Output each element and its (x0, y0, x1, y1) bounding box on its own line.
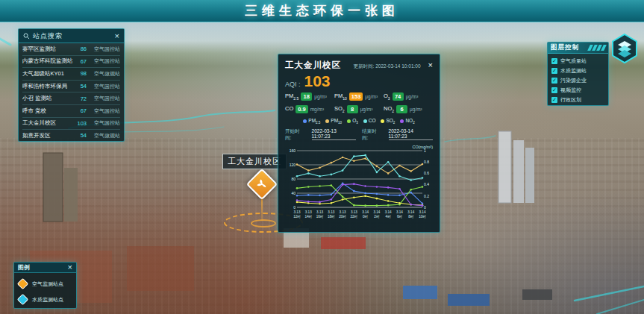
svg-text:3.144时: 3.144时 (385, 210, 392, 219)
svg-text:3.1314时: 3.1314时 (304, 210, 312, 219)
station-name: 工大金川校区 (22, 119, 74, 127)
station-type: 空气微观站 (89, 132, 120, 139)
pollutant-item: SO28μg/m³ (334, 105, 384, 113)
pollutant-unit: μg/m³ (410, 107, 422, 112)
aqi-value: 103 (304, 73, 331, 89)
legend-dot-icon (363, 119, 367, 123)
chart-legend-label: O3 (352, 118, 358, 125)
page-title: 三维生态环保一张图 (245, 2, 399, 19)
station-list-item[interactable]: 赛罕区监测站86空气国控站 (22, 43, 120, 56)
station-list: 赛罕区监测站86空气国控站内蒙古环科院监测站67空气国控站大气超级站KY0198… (19, 43, 124, 142)
legend-dot-icon (400, 119, 404, 123)
popup-update-time: 更新时间: 2022-03-14 10:01:00 (346, 63, 421, 70)
station-aqi-value: 86 (76, 45, 87, 52)
layer-checkbox[interactable]: ✓ (551, 97, 557, 103)
station-panel-title: 站点搜索 (33, 31, 112, 41)
pollutant-unit: mg/m³ (310, 107, 324, 112)
layer-checkbox[interactable]: ✓ (551, 68, 557, 74)
legend-dot-icon (325, 119, 329, 123)
layer-checkbox[interactable]: ✓ (551, 87, 557, 93)
station-aqi-value: 72 (76, 95, 87, 102)
search-icon (23, 33, 30, 40)
layer-item[interactable]: ✓行政区划 (551, 95, 604, 105)
station-name: 大气超级站KY01 (22, 70, 74, 78)
layer-label: 视频监控 (560, 87, 581, 94)
station-list-item[interactable]: 如意开发区54空气微观站 (22, 130, 120, 142)
station-name: 内蒙古环科院监测站 (22, 57, 74, 65)
layer-checkbox[interactable]: ✓ (551, 78, 557, 84)
station-list-item[interactable]: 小召 监测站72空气国控站 (22, 92, 120, 105)
station-type: 空气国控站 (89, 83, 120, 90)
svg-text:40: 40 (291, 191, 296, 195)
chart-legend-item[interactable]: SO2 (381, 118, 395, 125)
svg-text:3.1318时: 3.1318时 (328, 210, 335, 219)
chart-legend-item[interactable]: NO2 (400, 118, 414, 125)
pollutant-item: PM2.518μg/m³ (285, 92, 334, 101)
map-legend-panel: 图例 × 空气监测站点水质监测站点 (13, 262, 77, 309)
pollutant-unit: μg/m³ (314, 94, 327, 99)
svg-text:CO(mg/m³): CO(mg/m³) (413, 145, 434, 149)
popup-close-icon[interactable]: × (428, 60, 433, 69)
svg-text:0.6: 0.6 (424, 171, 429, 175)
legend-item[interactable]: 空气监测站点 (19, 276, 72, 292)
chart-legend-item[interactable]: O3 (347, 118, 358, 125)
pollutant-name: NO2 (384, 105, 394, 113)
popup-title: 工大金川校区 (285, 60, 341, 71)
layer-list: ✓空气质量站✓水质监测站✓污染源企业✓视频监控✓行政区划 (548, 54, 608, 107)
pollutant-value-chip: 0.9 (296, 105, 307, 113)
start-time-label: 开始时间: (285, 128, 306, 142)
station-list-item[interactable]: 呼市 党校67空气国控站 (22, 105, 120, 118)
pollutant-name: SO2 (334, 105, 345, 113)
layer-label: 水质监测站 (560, 67, 587, 75)
chart-legend-label: SO2 (386, 118, 395, 125)
layer-panel-header: 图层控制 (548, 43, 608, 54)
station-aqi-value: 54 (76, 132, 87, 139)
svg-text:0.8: 0.8 (424, 160, 429, 164)
station-list-item[interactable]: 大气超级站KY0198空气微观站 (22, 68, 120, 81)
station-panel-close-icon[interactable]: × (115, 32, 119, 40)
station-name: 呼市 党校 (22, 107, 74, 115)
end-time-field[interactable]: 2022-03-14 11:07:23 (389, 128, 433, 140)
station-aqi-value: 54 (76, 83, 87, 90)
svg-text:3.146时: 3.146时 (396, 210, 403, 219)
station-list-item[interactable]: 工大金川校区103空气国控站 (22, 118, 120, 131)
station-panel-header: 站点搜索 × (19, 29, 124, 43)
end-time-label: 结束时间: (362, 128, 383, 142)
pollutant-unit: μg/m³ (406, 94, 419, 99)
layer-item[interactable]: ✓空气质量站 (551, 56, 604, 66)
layer-checkbox[interactable]: ✓ (551, 58, 557, 64)
station-type: 空气国控站 (89, 107, 120, 115)
station-list-item[interactable]: 呼和浩特市环保局54空气国控站 (22, 81, 120, 93)
legend-panel-close-icon[interactable]: × (68, 263, 72, 271)
legend-item[interactable]: 水质监测站点 (19, 292, 72, 307)
layer-label: 污染源企业 (560, 77, 587, 84)
legend-dot-icon (381, 119, 384, 123)
pollutant-item: NO26μg/m³ (384, 105, 433, 113)
layer-item[interactable]: ✓水质监测站 (551, 66, 604, 75)
chart-legend-item[interactable]: PM10 (325, 118, 342, 125)
windmill-icon (256, 178, 268, 190)
chart-legend-item[interactable]: CO (363, 118, 376, 125)
pollutant-name: O3 (384, 92, 390, 101)
legend-panel-title: 图例 (18, 263, 68, 271)
svg-text:80: 80 (291, 177, 296, 181)
layer-item[interactable]: ✓污染源企业 (551, 75, 604, 85)
layer-item[interactable]: ✓视频监控 (551, 86, 604, 95)
station-aqi-value: 67 (76, 107, 87, 114)
station-list-item[interactable]: 内蒙古环科院监测站67空气国控站 (22, 56, 120, 69)
legend-item-label: 水质监测站点 (32, 296, 63, 304)
chart-legend-item[interactable]: PM2.5 (303, 118, 320, 125)
station-name: 如意开发区 (22, 132, 74, 139)
pollutant-item: O374μg/m³ (384, 92, 433, 101)
svg-text:3.142时: 3.142时 (373, 210, 380, 219)
start-time-field[interactable]: 2022-03-13 11:07:23 (312, 128, 356, 140)
legend-list: 空气监测站点水质监测站点 (14, 273, 76, 310)
svg-text:3.148时: 3.148时 (407, 210, 414, 219)
legend-dot-icon (303, 119, 307, 123)
svg-text:3.140时: 3.140时 (362, 210, 369, 219)
pollutant-value-chip: 18 (301, 92, 312, 101)
station-type: 空气国控站 (89, 57, 120, 65)
layers-toggle-button[interactable] (610, 33, 639, 67)
chart-legend-label: PM10 (331, 118, 342, 125)
svg-text:0.2: 0.2 (424, 194, 429, 198)
